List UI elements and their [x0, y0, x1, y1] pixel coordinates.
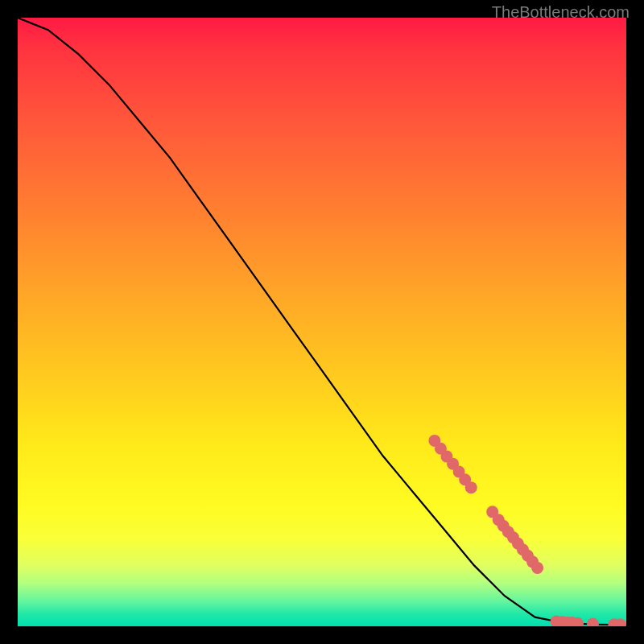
plot-area [18, 18, 626, 626]
watermark-text: TheBottleneck.com [492, 3, 630, 22]
data-marker [465, 481, 477, 493]
data-marker [531, 562, 543, 574]
data-marker [587, 617, 599, 626]
marker-group [428, 435, 626, 626]
bottleneck-curve-line [18, 18, 626, 625]
chart-overlay [18, 18, 626, 626]
